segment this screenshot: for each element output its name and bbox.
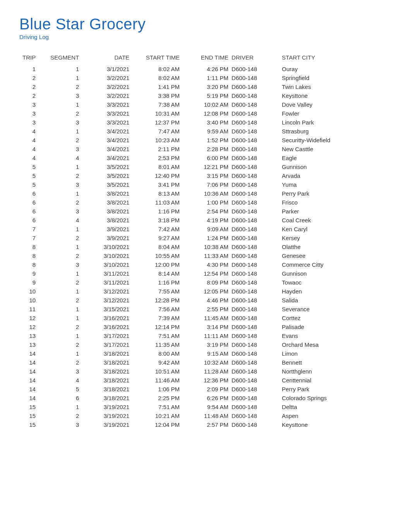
- cell-driver: D600-148: [230, 189, 280, 198]
- cell-date: 3/4/2021: [91, 145, 133, 153]
- cell-segment: 2: [47, 198, 91, 207]
- table-row: 323/3/202110:31 AM12:08 PMD600-148Fowler: [19, 109, 392, 118]
- cell-end-time: 12:05 PM: [183, 287, 230, 296]
- cell-driver: D600-148: [230, 269, 280, 278]
- table-row: 233/2/20213:38 PM5:19 PMD600-148Keystton…: [19, 91, 392, 100]
- cell-trip: 1: [19, 65, 47, 73]
- cell-segment: 1: [47, 127, 91, 136]
- cell-start-city: Genesee: [280, 251, 392, 260]
- cell-end-time: 9:54 AM: [183, 402, 230, 411]
- table-row: 1113/15/20217:56 AM2:55 PMD600-148Severa…: [19, 305, 392, 314]
- cell-driver: D600-148: [230, 136, 280, 145]
- col-header-segment: SEGMENT: [47, 52, 91, 65]
- cell-date: 3/12/2021: [91, 287, 133, 296]
- cell-trip: 9: [19, 269, 47, 278]
- cell-date: 3/15/2021: [91, 305, 133, 314]
- cell-driver: D600-148: [230, 73, 280, 82]
- table-row: 1413/18/20218:00 AM9:15 AMD600-148Limon: [19, 349, 392, 358]
- cell-driver: D600-148: [230, 225, 280, 234]
- page-title: Blue Star Grocery: [19, 15, 392, 33]
- table-row: 1523/19/202110:21 AM11:48 AMD600-148Aspe…: [19, 411, 392, 420]
- cell-date: 3/8/2021: [91, 198, 133, 207]
- cell-start-time: 2:11 PM: [133, 145, 183, 153]
- cell-segment: 2: [47, 82, 91, 91]
- cell-date: 3/5/2021: [91, 162, 133, 171]
- cell-date: 3/3/2021: [91, 100, 133, 109]
- cell-driver: D600-148: [230, 251, 280, 260]
- cell-segment: 1: [47, 225, 91, 234]
- cell-end-time: 1:24 PM: [183, 234, 230, 242]
- cell-segment: 3: [47, 91, 91, 100]
- cell-segment: 3: [47, 145, 91, 153]
- cell-start-city: Colorado Springs: [280, 394, 392, 402]
- table-row: 713/9/20217:42 AM9:09 AMD600-148Ken Cary…: [19, 225, 392, 234]
- cell-trip: 10: [19, 296, 47, 305]
- cell-start-city: Springfield: [280, 73, 392, 82]
- cell-trip: 8: [19, 260, 47, 269]
- cell-segment: 5: [47, 385, 91, 394]
- cell-segment: 1: [47, 305, 91, 314]
- cell-trip: 7: [19, 225, 47, 234]
- cell-segment: 1: [47, 287, 91, 296]
- cell-start-time: 10:55 AM: [133, 251, 183, 260]
- cell-driver: D600-148: [230, 91, 280, 100]
- cell-trip: 3: [19, 100, 47, 109]
- cell-start-time: 3:41 PM: [133, 180, 183, 189]
- cell-trip: 6: [19, 189, 47, 198]
- table-row: 513/5/20218:01 AM12:21 PMD600-148Gunniso…: [19, 162, 392, 171]
- cell-date: 3/11/2021: [91, 269, 133, 278]
- table-row: 413/4/20217:47 AM9:59 AMD600-148Sttrasbu…: [19, 127, 392, 136]
- cell-start-city: Dove Valley: [280, 100, 392, 109]
- cell-driver: D600-148: [230, 296, 280, 305]
- cell-start-city: Olatthe: [280, 242, 392, 251]
- cell-end-time: 3:15 PM: [183, 171, 230, 180]
- col-header-trip: TRIP: [19, 52, 47, 65]
- cell-segment: 3: [47, 260, 91, 269]
- cell-start-time: 7:51 AM: [133, 402, 183, 411]
- cell-end-time: 11:33 AM: [183, 251, 230, 260]
- cell-start-city: Perry Park: [280, 189, 392, 198]
- cell-start-time: 8:00 AM: [133, 349, 183, 358]
- cell-driver: D600-148: [230, 260, 280, 269]
- cell-start-city: Perry Park: [280, 385, 392, 394]
- cell-driver: D600-148: [230, 287, 280, 296]
- cell-end-time: 12:08 PM: [183, 109, 230, 118]
- table-row: 1513/19/20217:51 AM9:54 AMD600-148Deltta: [19, 402, 392, 411]
- cell-trip: 5: [19, 180, 47, 189]
- cell-trip: 5: [19, 171, 47, 180]
- cell-trip: 15: [19, 402, 47, 411]
- cell-end-time: 9:15 AM: [183, 349, 230, 358]
- cell-end-time: 10:02 AM: [183, 100, 230, 109]
- cell-start-city: Orchard Mesa: [280, 340, 392, 349]
- cell-trip: 13: [19, 340, 47, 349]
- cell-date: 3/18/2021: [91, 385, 133, 394]
- cell-start-city: Securitty-Widefield: [280, 136, 392, 145]
- cell-start-time: 7:55 AM: [133, 287, 183, 296]
- cell-start-city: Kersey: [280, 234, 392, 242]
- cell-start-city: Nortthglenn: [280, 367, 392, 376]
- cell-driver: D600-148: [230, 331, 280, 340]
- cell-start-city: Limon: [280, 349, 392, 358]
- table-row: 1423/18/20219:42 AM10:32 AMD600-148Benne…: [19, 358, 392, 367]
- cell-date: 3/17/2021: [91, 340, 133, 349]
- cell-trip: 12: [19, 314, 47, 322]
- cell-segment: 1: [47, 162, 91, 171]
- table-row: 1533/19/202112:04 PM2:57 PMD600-148Keyst…: [19, 420, 392, 429]
- cell-date: 3/16/2021: [91, 314, 133, 322]
- col-header-driver: DRIVER: [230, 52, 280, 65]
- cell-start-time: 8:04 AM: [133, 242, 183, 251]
- cell-trip: 2: [19, 91, 47, 100]
- cell-start-city: Yuma: [280, 180, 392, 189]
- cell-segment: 1: [47, 73, 91, 82]
- cell-date: 3/2/2021: [91, 82, 133, 91]
- cell-start-time: 8:13 AM: [133, 189, 183, 198]
- cell-start-time: 10:21 AM: [133, 411, 183, 420]
- driving-log-table: TRIP SEGMENT DATE START TIME END TIME DR…: [19, 52, 392, 429]
- cell-date: 3/16/2021: [91, 322, 133, 331]
- cell-segment: 2: [47, 278, 91, 287]
- cell-start-time: 8:14 AM: [133, 269, 183, 278]
- cell-trip: 14: [19, 376, 47, 385]
- cell-driver: D600-148: [230, 162, 280, 171]
- table-row: 623/8/202111:03 AM1:00 PMD600-148Frisco: [19, 198, 392, 207]
- table-row: 1323/17/202111:35 AM3:19 PMD600-148Orcha…: [19, 340, 392, 349]
